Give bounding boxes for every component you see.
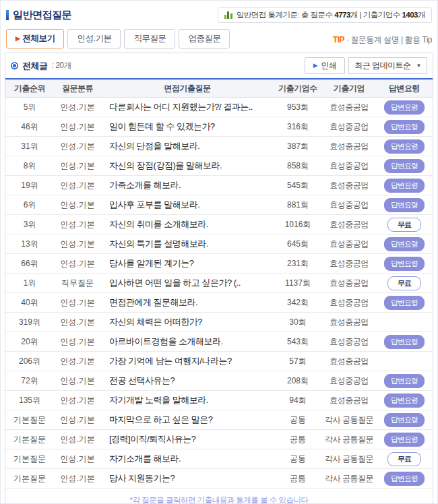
answer-tip-button[interactable]: 답변요령 (384, 100, 425, 115)
row-rank: 66위 (5, 258, 54, 270)
table-row[interactable]: 206위 인성.기본 가장 기억에 남는 여행지/나라는? 57회 효성중공업 (5, 352, 433, 371)
row-rank: 13위 (5, 239, 54, 250)
tabs-row: ▶ 전체보기 ▶ 인성.기본 ▶ 직무질문 ▶ 업종질문 TIP · 질문통계 … (5, 29, 433, 49)
free-button[interactable]: 무료 (387, 276, 421, 290)
table-row[interactable]: 1위 직무질문 입사하면 어떤 일을 하고 싶은가? (.. 1137회 효성중… (5, 274, 433, 293)
answer-tip-button[interactable]: 답변요령 (384, 335, 425, 349)
chevron-down-icon: ▼ (416, 63, 421, 69)
row-question-link[interactable]: 마지막으로 하고 싶은 말은? (101, 414, 274, 426)
page-title-wrap: 일반면접질문 (6, 9, 71, 22)
answer-tip-button[interactable]: 답변요령 (384, 159, 425, 173)
row-company-count: 881회 (274, 199, 322, 211)
answer-tip-button[interactable]: 답변요령 (384, 433, 425, 447)
answer-tip-button[interactable]: 답변요령 (384, 120, 425, 134)
table-row[interactable]: 6위 인성.기본 입사후 포부를 말해보라. 881회 효성중공업 답변요령 (5, 195, 433, 215)
row-question-link[interactable]: [경력]이직/퇴직사유는? (101, 433, 274, 445)
row-question-link[interactable]: 자신의 특기를 설명해보라. (101, 238, 274, 250)
row-question-link[interactable]: 가장 기억에 남는 여행지/나라는? (101, 355, 274, 367)
free-button[interactable]: 무료 (387, 452, 421, 466)
row-rank: 8위 (5, 160, 54, 172)
table-row[interactable]: 기본질문 인성.기본 [경력]이직/퇴직사유는? 공통 각사 공통질문 답변요령 (5, 430, 433, 449)
table-row[interactable]: 19위 인성.기본 가족소개를 해보라. 545회 효성중공업 답변요령 (5, 176, 433, 195)
tab-3[interactable]: ▶ 업종질문 (179, 29, 230, 49)
row-category: 인성.기본 (54, 375, 101, 387)
table-row[interactable]: 5위 인성.기본 다른회사는 어디 지원했는가?/ 결과는.. 953회 효성중… (5, 98, 433, 117)
print-button[interactable]: ▶ 인쇄 (305, 57, 345, 74)
row-company: 효성중공업 (322, 141, 376, 152)
tip-dot-icon: · (346, 35, 349, 44)
row-company-count: 387회 (274, 141, 322, 152)
row-question-link[interactable]: 아르바이트경험을 소개해보라. (101, 336, 274, 348)
table-row[interactable]: 72위 인성.기본 전공 선택사유는? 208회 효성중공업 답변요령 (5, 371, 433, 391)
answer-tip-button[interactable]: 답변요령 (384, 393, 425, 408)
row-question-link[interactable]: 전공 선택사유는? (101, 375, 274, 387)
tip-links[interactable]: 질문통계 설명 | 활용 Tip (350, 35, 432, 44)
column-header-cat: 질문분류 (54, 83, 101, 94)
row-company-count: 30회 (274, 317, 322, 328)
table-row[interactable]: 319위 인성.기본 자신의 체력은 어떠한가? 30회 효성중공업 (5, 313, 433, 332)
row-question-link[interactable]: 면접관에게 질문해보라. (101, 296, 274, 309)
row-company: 효성중공업 (322, 258, 376, 270)
table-row[interactable]: 기본질문 인성.기본 마지막으로 하고 싶은 말은? 공통 각사 공통질문 답변… (5, 410, 433, 430)
row-company-count: 57회 (274, 356, 322, 367)
tip-text[interactable]: TIP · 질문통계 설명 | 활용 Tip (333, 34, 432, 49)
row-question-link[interactable]: 자신의 체력은 어떠한가? (101, 316, 274, 328)
row-question-link[interactable]: 입사하면 어떤 일을 하고 싶은가? (.. (101, 277, 274, 289)
answer-tip-button[interactable]: 답변요령 (384, 237, 425, 251)
answer-tip-button[interactable]: 답변요령 (384, 139, 425, 154)
table-row[interactable]: 기본질문 인성.기본 당사 지원동기는? 공통 각사 공통질문 답변요령 (5, 469, 433, 489)
tab-1[interactable]: ▶ 인성.기본 (67, 29, 121, 49)
row-category: 인성.기본 (54, 102, 101, 113)
tab-2[interactable]: ▶ 직무질문 (124, 29, 175, 49)
tabs: ▶ 전체보기 ▶ 인성.기본 ▶ 직무질문 ▶ 업종질문 (6, 29, 230, 49)
answer-tip-button[interactable]: 답변요령 (384, 472, 425, 486)
row-company: 효성중공업 (322, 180, 376, 191)
table-row[interactable]: 31위 인성.기본 자신의 단점을 말해보라. 387회 효성중공업 답변요령 (5, 137, 433, 156)
row-company-count: 645회 (274, 239, 322, 250)
row-question-link[interactable]: 일이 힘든데 할 수 있겠는가? (101, 121, 274, 133)
tab-label: 전체보기 (22, 33, 55, 44)
table-row[interactable]: 20위 인성.기본 아르바이트경험을 소개해보라. 543회 효성중공업 답변요… (5, 332, 433, 352)
table-row[interactable]: 기본질문 인성.기본 자기소개를 해보라. 공통 각사 공통질문 무료 (5, 449, 433, 469)
answer-tip-button[interactable]: 답변요령 (384, 257, 425, 271)
table-row[interactable]: 66위 인성.기본 당사를 알게된 계기는? 231회 효성중공업 답변요령 (5, 254, 433, 274)
row-category: 인성.기본 (54, 180, 101, 191)
row-question-link[interactable]: 자신의 취미를 소개해보라. (101, 218, 274, 230)
table-row[interactable]: 46위 인성.기본 일이 힘든데 할 수 있겠는가? 316회 효성중공업 답변… (5, 117, 433, 137)
row-action-cell: 답변요령 (376, 237, 433, 251)
table-row[interactable]: 8위 인성.기본 자신의 장점(강점)을 말해보라. 858회 효성중공업 답변… (5, 156, 433, 176)
table-row[interactable]: 135위 인성.기본 자기개발 노력을 말해보라. 94회 효성중공업 답변요령 (5, 391, 433, 410)
row-question-link[interactable]: 다른회사는 어디 지원했는가?/ 결과는.. (101, 101, 274, 113)
table-row[interactable]: 13위 인성.기본 자신의 특기를 설명해보라. 645회 효성중공업 답변요령 (5, 234, 433, 254)
row-question-link[interactable]: 자신의 장점(강점)을 말해보라. (101, 160, 274, 172)
row-question-link[interactable]: 당사를 알게된 계기는? (101, 257, 274, 270)
row-category: 인성.기본 (54, 199, 101, 211)
row-question-link[interactable]: 자기소개를 해보라. (101, 453, 274, 465)
row-category: 인성.기본 (54, 395, 101, 406)
table-row[interactable]: 3위 인성.기본 자신의 취미를 소개해보라. 1016회 효성중공업 무료 (5, 215, 433, 234)
row-action-cell: 무료 (376, 218, 433, 232)
sort-dropdown[interactable]: 최근 업데이트순 ▼ (348, 57, 427, 74)
answer-tip-button[interactable]: 답변요령 (384, 413, 425, 427)
row-action-cell: 답변요령 (376, 393, 433, 408)
list-controls: ▶ 인쇄 최근 업데이트순 ▼ (305, 57, 427, 74)
row-action-cell: 답변요령 (376, 179, 433, 193)
row-company: 각사 공통질문 (322, 414, 376, 426)
answer-tip-button[interactable]: 답변요령 (384, 296, 425, 310)
row-question-link[interactable]: 입사후 포부를 말해보라. (101, 199, 274, 211)
footer-note: *각 질문을 클릭하면 기출내용과 통계를 볼 수 있습니다 (5, 489, 433, 504)
row-category: 인성.기본 (54, 434, 101, 445)
answer-tip-button[interactable]: 답변요령 (384, 198, 425, 212)
free-button[interactable]: 무료 (387, 218, 421, 232)
row-question-link[interactable]: 자신의 단점을 말해보라. (101, 140, 274, 152)
row-question-link[interactable]: 당사 지원동기는? (101, 472, 274, 484)
answer-tip-button[interactable]: 답변요령 (384, 374, 425, 388)
row-rank: 31위 (5, 141, 54, 152)
row-question-link[interactable]: 자기개발 노력을 말해보라. (101, 394, 274, 406)
table-row[interactable]: 40위 인성.기본 면접관에게 질문해보라. 342회 효성중공업 답변요령 (5, 293, 433, 313)
tab-0[interactable]: ▶ 전체보기 (6, 29, 64, 49)
answer-tip-button[interactable]: 답변요령 (384, 179, 425, 193)
row-company-count: 342회 (274, 297, 322, 309)
row-category: 인성.기본 (54, 317, 101, 328)
row-question-link[interactable]: 가족소개를 해보라. (101, 179, 274, 191)
